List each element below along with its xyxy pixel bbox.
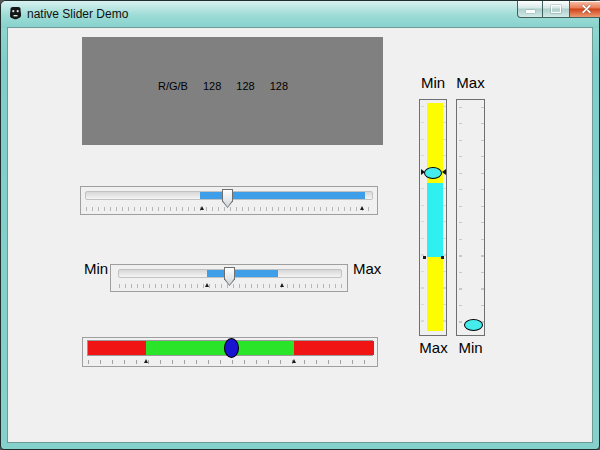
app-icon[interactable]	[8, 6, 23, 20]
vslider-left-bottom-label: Max	[416, 339, 451, 356]
maximize-icon	[551, 5, 561, 13]
color-preview-box: R/G/B 128 128 128	[82, 37, 383, 145]
vslider-right[interactable]	[456, 99, 485, 336]
window-controls	[517, 1, 600, 18]
vslider-left-top-label: Min	[418, 74, 448, 91]
slider-minmax-selection	[207, 270, 278, 277]
red-value: 128	[203, 80, 221, 92]
color-preview-text: R/G/B 128 128 128	[158, 80, 288, 92]
vslider-left-ticks	[421, 106, 424, 332]
channel-selection-segment	[146, 341, 294, 355]
vslider-left-selection	[427, 183, 443, 257]
hslider-min-label: Min	[84, 260, 108, 277]
minimize-icon	[526, 10, 535, 13]
slider-custom-thumb[interactable]	[224, 338, 239, 358]
vslider-left	[419, 99, 447, 336]
window-title: native Slider Demo	[27, 7, 128, 21]
slider-minmax	[110, 264, 348, 292]
slider-custom-ticks	[88, 360, 374, 364]
minimize-button[interactable]	[517, 1, 543, 18]
blue-value: 128	[270, 80, 288, 92]
close-button[interactable]	[569, 1, 600, 18]
slider-plain-thumb[interactable]	[222, 189, 233, 208]
vslider-left-ticks	[443, 106, 446, 332]
selection-end-mark	[423, 256, 426, 259]
application-window: native Slider Demo R/G/B 128 128 128 Min	[0, 0, 600, 450]
green-value: 128	[236, 80, 254, 92]
vslider-right-bottom-label: Min	[455, 339, 486, 356]
slider-plain	[80, 186, 378, 215]
close-icon	[581, 4, 592, 15]
vslider-left-thumb[interactable]	[424, 167, 442, 179]
slider-plain-ticks	[86, 207, 373, 211]
rgb-label: R/G/B	[158, 80, 188, 92]
hslider-max-label: Max	[353, 260, 381, 277]
slider-custom	[82, 337, 378, 367]
channel-right-segment	[294, 341, 374, 355]
vslider-left-channel[interactable]	[427, 103, 443, 331]
slider-minmax-ticks	[119, 284, 342, 288]
vslider-right-thumb[interactable]	[464, 319, 483, 331]
vslider-right-ticks	[459, 107, 462, 333]
vslider-right-ticks	[481, 107, 484, 333]
vslider-right-top-label: Max	[454, 74, 487, 91]
channel-left-segment	[88, 341, 146, 355]
maximize-button[interactable]	[543, 1, 569, 18]
selection-end-mark	[441, 256, 444, 259]
